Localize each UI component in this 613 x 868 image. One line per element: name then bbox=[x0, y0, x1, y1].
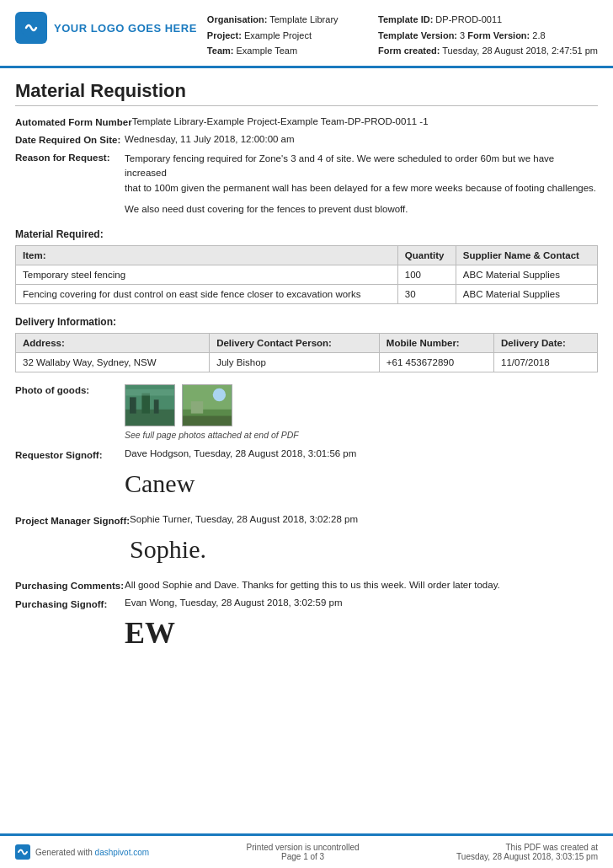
reason-line4: We also need dust covering for the fence… bbox=[125, 202, 598, 217]
purchasing-signoff-row: Purchasing Signoff: Evan Wong, Tuesday, … bbox=[15, 597, 598, 655]
delivery-contact: July Bishop bbox=[210, 353, 380, 372]
photo-content: See full page photos attached at end of … bbox=[125, 384, 598, 440]
reason-line2: that to 100m given the permanent wall ha… bbox=[125, 181, 598, 196]
footer-generated-text: Generated with dashpivot.com bbox=[35, 848, 149, 857]
page-number: Page 1 of 3 bbox=[247, 852, 360, 861]
material-item-2: Fencing covering for dust control on eas… bbox=[16, 285, 398, 304]
material-supplier-2: ABC Material Supplies bbox=[456, 285, 597, 304]
logo-area: YOUR LOGO GOES HERE bbox=[15, 12, 197, 44]
page-title: Material Requistion bbox=[15, 80, 598, 106]
template-id-value: DP-PROD-0011 bbox=[435, 14, 502, 24]
template-id-label: Template ID: bbox=[378, 14, 433, 24]
photo-thumbnails bbox=[125, 384, 598, 426]
photo-row: Photo of goods: bbox=[15, 384, 598, 440]
automated-form-number-row: Automated Form Number Template Library-E… bbox=[15, 116, 598, 127]
requestor-signature-area: Canew bbox=[125, 462, 598, 506]
header: YOUR LOGO GOES HERE Organisation: Templa… bbox=[0, 0, 613, 68]
content: Material Requistion Automated Form Numbe… bbox=[0, 68, 613, 833]
material-supplier-1: ABC Material Supplies bbox=[456, 265, 597, 285]
requestor-name: Dave Hodgson, Tuesday, 28 August 2018, 3… bbox=[125, 448, 598, 458]
automated-form-number-label: Automated Form Number bbox=[15, 116, 132, 127]
table-row: 32 Wallaby Way, Sydney, NSW July Bishop … bbox=[16, 353, 598, 372]
delivery-col-date: Delivery Date: bbox=[494, 334, 598, 353]
requestor-signoff-label: Requestor Signoff: bbox=[15, 448, 125, 460]
organisation-row: Organisation: Template Library bbox=[207, 12, 368, 28]
purchasing-comments-row: Purchasing Comments: All good Sophie and… bbox=[15, 580, 598, 591]
material-table-body: Temporary steel fencing 100 ABC Material… bbox=[16, 265, 598, 304]
purchasing-signoff-label: Purchasing Signoff: bbox=[15, 597, 125, 609]
reason-row: Reason for Request: Temporary fencing re… bbox=[15, 152, 598, 217]
form-version-value: 2.8 bbox=[532, 30, 545, 40]
material-qty-1: 100 bbox=[397, 265, 456, 285]
header-right: Template ID: DP-PROD-0011 Template Versi… bbox=[378, 12, 598, 59]
form-created-value: Tuesday, 28 August 2018, 2:47:51 pm bbox=[442, 46, 598, 56]
svg-point-9 bbox=[213, 388, 226, 401]
material-col-supplier: Supplier Name & Contact bbox=[456, 246, 597, 265]
delivery-table: Address: Delivery Contact Person: Mobile… bbox=[15, 333, 598, 372]
project-manager-signature: Sophie. bbox=[130, 535, 206, 564]
purchasing-comments-value: All good Sophie and Dave. Thanks for get… bbox=[125, 580, 598, 590]
date-required-label: Date Required On Site: bbox=[15, 134, 125, 145]
template-version-label: Template Version: bbox=[378, 30, 457, 40]
uncontrolled-text: Printed version is uncontrolled bbox=[247, 843, 360, 852]
team-row: Team: Example Team bbox=[207, 43, 368, 59]
date-required-value: Wednesday, 11 July 2018, 12:00:00 am bbox=[125, 134, 598, 144]
pdf-created-date: Tuesday, 28 August 2018, 3:03:15 pm bbox=[456, 852, 598, 861]
project-label: Project: bbox=[207, 30, 242, 40]
material-required-table: Item: Quantity Supplier Name & Contact T… bbox=[15, 245, 598, 304]
photo-thumb-1 bbox=[125, 384, 175, 426]
footer: Generated with dashpivot.com Printed ver… bbox=[0, 833, 613, 868]
organisation-label: Organisation: bbox=[207, 14, 268, 24]
svg-rect-11 bbox=[183, 416, 232, 426]
delivery-col-contact: Delivery Contact Person: bbox=[210, 334, 380, 353]
footer-right: This PDF was created at Tuesday, 28 Augu… bbox=[456, 843, 598, 861]
purchasing-comments-label: Purchasing Comments: bbox=[15, 580, 125, 591]
purchasing-signoff-name: Evan Wong, Tuesday, 28 August 2018, 3:02… bbox=[125, 597, 598, 608]
material-item-1: Temporary steel fencing bbox=[16, 265, 398, 285]
pdf-created-text: This PDF was created at bbox=[456, 843, 598, 852]
material-qty-2: 30 bbox=[397, 285, 456, 304]
delivery-table-head: Address: Delivery Contact Person: Mobile… bbox=[16, 334, 598, 353]
delivery-col-mobile: Mobile Number: bbox=[379, 334, 493, 353]
dashpivot-footer-icon bbox=[15, 844, 30, 860]
table-row: Fencing covering for dust control on eas… bbox=[16, 285, 598, 304]
delivery-address: 32 Wallaby Way, Sydney, NSW bbox=[16, 353, 210, 372]
footer-center: Printed version is uncontrolled Page 1 o… bbox=[247, 843, 360, 861]
material-table-head: Item: Quantity Supplier Name & Contact bbox=[16, 246, 598, 265]
material-col-item: Item: bbox=[16, 246, 398, 265]
svg-rect-5 bbox=[154, 399, 159, 413]
photo-label: Photo of goods: bbox=[15, 384, 125, 395]
requestor-signoff-row: Requestor Signoff: Dave Hodgson, Tuesday… bbox=[15, 448, 598, 506]
template-version-value: 3 bbox=[460, 30, 465, 40]
reason-line1: Temporary fencing required for Zone's 3 … bbox=[125, 152, 598, 181]
delivery-table-body: 32 Wallaby Way, Sydney, NSW July Bishop … bbox=[16, 353, 598, 372]
form-created-row: Form created: Tuesday, 28 August 2018, 2… bbox=[378, 43, 598, 59]
delivery-col-address: Address: bbox=[16, 334, 210, 353]
template-id-row: Template ID: DP-PROD-0011 bbox=[378, 12, 598, 28]
svg-rect-10 bbox=[191, 401, 203, 413]
reason-value: Temporary fencing required for Zone's 3 … bbox=[125, 152, 598, 217]
team-label: Team: bbox=[207, 46, 234, 56]
project-manager-signoff-label: Project Manager Signoff: bbox=[15, 514, 130, 526]
logo-text: YOUR LOGO GOES HERE bbox=[54, 22, 197, 35]
project-manager-signature-area: Sophie. bbox=[130, 528, 598, 571]
project-row: Project: Example Project bbox=[207, 28, 368, 44]
table-row: Temporary steel fencing 100 ABC Material… bbox=[16, 265, 598, 285]
automated-form-number-value: Template Library-Example Project-Example… bbox=[132, 116, 598, 126]
organisation-value: Template Library bbox=[269, 14, 338, 24]
purchasing-signoff-content: Evan Wong, Tuesday, 28 August 2018, 3:02… bbox=[125, 597, 598, 655]
svg-rect-6 bbox=[125, 389, 174, 396]
purchasing-signature: EW bbox=[125, 615, 175, 651]
photo-caption: See full page photos attached at end of … bbox=[125, 430, 598, 440]
photo-thumb-2 bbox=[182, 384, 232, 426]
purchasing-signature-area: EW bbox=[125, 611, 598, 655]
logo-icon bbox=[15, 12, 47, 44]
project-manager-signoff-row: Project Manager Signoff: Sophie Turner, … bbox=[15, 514, 598, 571]
dashpivot-link[interactable]: dashpivot.com bbox=[95, 848, 149, 857]
footer-left: Generated with dashpivot.com bbox=[15, 844, 149, 860]
template-version-row: Template Version: 3 Form Version: 2.8 bbox=[378, 28, 598, 44]
delivery-mobile: +61 453672890 bbox=[379, 353, 493, 372]
material-required-title: Material Required: bbox=[15, 228, 598, 240]
material-col-quantity: Quantity bbox=[397, 246, 456, 265]
date-required-row: Date Required On Site: Wednesday, 11 Jul… bbox=[15, 134, 598, 145]
